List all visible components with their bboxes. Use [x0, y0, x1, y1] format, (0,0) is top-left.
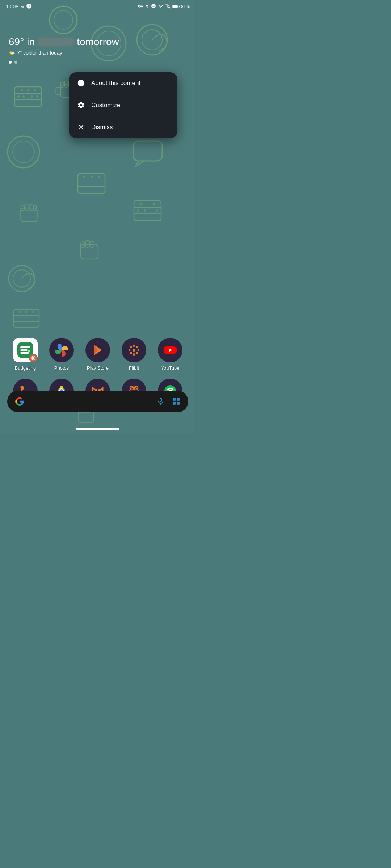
key-icon [138, 4, 143, 10]
google-g-icon [13, 395, 26, 408]
svg-rect-10 [14, 87, 42, 107]
svg-rect-30 [21, 205, 25, 211]
app-youtube[interactable]: YouTube [154, 338, 186, 371]
about-label: About this content [91, 80, 140, 87]
svg-point-18 [31, 95, 33, 98]
search-bar[interactable] [7, 391, 188, 412]
svg-point-78 [133, 349, 135, 352]
voicemail-icon: ∞ [21, 4, 24, 9]
svg-point-43 [142, 30, 162, 50]
svg-point-27 [91, 176, 93, 178]
svg-point-1 [54, 10, 73, 29]
location-blur [38, 38, 74, 46]
svg-point-48 [9, 265, 35, 292]
weather-emoji: 🌤️ [9, 50, 15, 56]
gear-icon [77, 101, 85, 110]
svg-rect-45 [81, 242, 85, 247]
photos-icon [49, 338, 74, 362]
svg-rect-34 [134, 201, 161, 221]
svg-rect-65 [20, 349, 28, 351]
weather-temp: 69° in tomorrow [9, 36, 119, 48]
svg-rect-32 [30, 205, 34, 211]
fitbit-icon [122, 338, 146, 362]
svg-rect-95 [173, 402, 176, 405]
svg-point-15 [34, 89, 36, 91]
svg-point-74 [133, 353, 135, 356]
svg-rect-64 [20, 346, 30, 348]
svg-point-19 [36, 95, 38, 98]
svg-point-73 [130, 352, 132, 354]
svg-rect-44 [81, 244, 98, 259]
svg-rect-5 [60, 82, 64, 87]
budgeting-icon-wrapper [13, 338, 38, 362]
svg-point-53 [18, 311, 21, 313]
youtube-icon [158, 338, 182, 362]
dnd-icon [151, 4, 156, 10]
nav-home-indicator [76, 428, 119, 430]
svg-rect-22 [133, 141, 162, 161]
svg-rect-62 [179, 6, 180, 7]
svg-point-37 [140, 203, 142, 205]
battery-icon: 81% [172, 4, 190, 9]
app-fitbit[interactable]: Fitbit [118, 338, 150, 371]
lens-icon[interactable] [171, 396, 182, 407]
svg-rect-29 [21, 208, 37, 222]
context-menu-customize[interactable]: Customize [69, 94, 177, 116]
svg-point-38 [153, 203, 155, 205]
budgeting-badge [29, 354, 38, 362]
dot-active [9, 61, 12, 64]
status-bar-left: 10:08 ∞ [6, 3, 32, 10]
customize-label: Customize [91, 102, 120, 109]
svg-point-20 [8, 136, 39, 168]
svg-point-13 [21, 89, 23, 91]
context-menu-about[interactable]: About this content [69, 72, 177, 94]
svg-point-14 [27, 89, 29, 91]
svg-point-76 [138, 349, 139, 351]
svg-point-39 [137, 209, 139, 212]
svg-point-72 [129, 349, 131, 351]
app-budgeting[interactable]: Budgeting [9, 338, 41, 371]
svg-rect-33 [33, 206, 37, 211]
bluetooth-icon [145, 3, 149, 10]
app-playstore[interactable]: Play Store [82, 338, 114, 371]
task-icon [26, 3, 32, 10]
svg-rect-93 [173, 398, 176, 401]
status-bar: 10:08 ∞ 81% [0, 0, 196, 13]
svg-point-41 [156, 209, 158, 212]
search-action-icons [155, 396, 182, 407]
svg-point-17 [22, 95, 25, 98]
dot-inactive [14, 61, 17, 64]
svg-point-28 [98, 176, 100, 178]
microphone-icon[interactable] [155, 396, 167, 407]
svg-point-75 [136, 352, 138, 354]
wifi-icon [158, 4, 164, 9]
svg-point-21 [13, 141, 34, 163]
svg-point-77 [136, 346, 138, 348]
svg-rect-6 [64, 81, 68, 88]
svg-point-71 [130, 346, 132, 348]
svg-point-49 [13, 270, 30, 287]
svg-point-54 [25, 311, 28, 313]
svg-point-26 [83, 176, 85, 178]
fitbit-label: Fitbit [129, 365, 139, 371]
youtube-label: YouTube [161, 365, 179, 371]
app-row-1: Budgeting Photos Play Store [0, 338, 196, 371]
context-menu-dismiss[interactable]: Dismiss [69, 116, 177, 138]
svg-rect-9 [56, 87, 60, 95]
svg-rect-23 [78, 174, 105, 193]
app-photos[interactable]: Photos [46, 338, 77, 371]
svg-rect-66 [20, 352, 29, 354]
svg-point-42 [137, 25, 167, 55]
svg-point-16 [17, 95, 20, 98]
close-icon [77, 123, 85, 132]
svg-rect-46 [85, 240, 89, 247]
dismiss-label: Dismiss [91, 124, 113, 131]
svg-rect-50 [14, 309, 39, 327]
signal-icon [165, 4, 171, 10]
svg-rect-94 [177, 398, 180, 401]
battery-percent: 81% [181, 4, 190, 9]
info-icon [77, 79, 85, 88]
weather-widget: 69° in tomorrow 🌤️ 7° colder than today [9, 36, 119, 64]
budgeting-label: Budgeting [15, 365, 36, 371]
svg-rect-96 [177, 402, 180, 405]
